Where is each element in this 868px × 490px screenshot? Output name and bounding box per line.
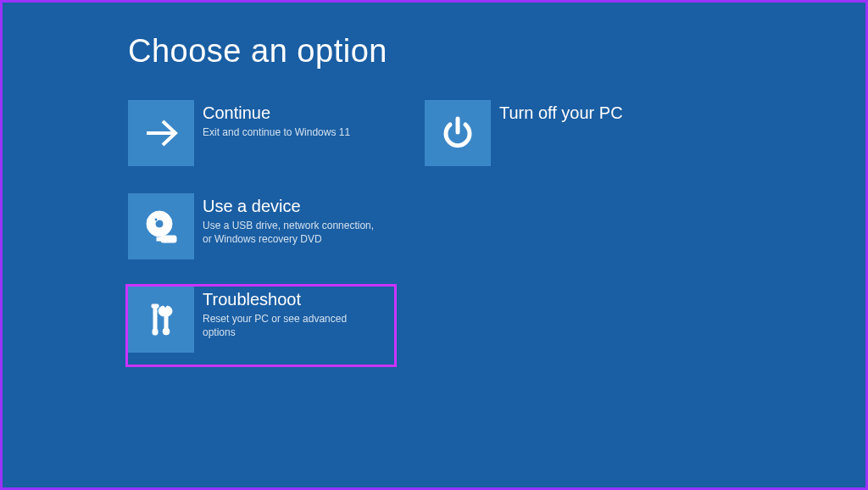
continue-tile[interactable]: Continue Exit and continue to Windows 11 (128, 100, 399, 166)
turn-off-tile[interactable]: Turn off your PC (425, 100, 696, 166)
svg-rect-4 (161, 236, 176, 242)
troubleshoot-desc: Reset your PC or see advanced options (203, 312, 382, 339)
use-a-device-tile[interactable]: Use a device Use a USB drive, network co… (128, 193, 399, 259)
svg-rect-6 (153, 306, 157, 331)
svg-point-3 (154, 218, 158, 221)
tile-grid: Continue Exit and continue to Windows 11… (128, 100, 865, 365)
disc-usb-icon (128, 193, 194, 259)
page-title: Choose an option (128, 33, 865, 70)
power-icon (425, 100, 491, 166)
turn-off-title: Turn off your PC (499, 103, 623, 123)
svg-rect-9 (164, 315, 168, 330)
column-left: Continue Exit and continue to Windows 11… (128, 100, 399, 365)
use-a-device-desc: Use a USB drive, network connection, or … (203, 219, 382, 246)
troubleshoot-tile[interactable]: Troubleshoot Reset your PC or see advanc… (125, 284, 397, 367)
column-right: Turn off your PC (425, 100, 696, 365)
svg-rect-5 (157, 237, 163, 241)
tools-icon (128, 287, 194, 353)
svg-rect-7 (152, 304, 159, 308)
svg-rect-8 (153, 329, 158, 335)
continue-title: Continue (203, 103, 350, 123)
continue-desc: Exit and continue to Windows 11 (203, 125, 350, 139)
troubleshoot-title: Troubleshoot (203, 290, 382, 309)
arrow-right-icon (128, 100, 194, 166)
svg-point-10 (163, 328, 170, 335)
use-a-device-title: Use a device (203, 197, 382, 216)
